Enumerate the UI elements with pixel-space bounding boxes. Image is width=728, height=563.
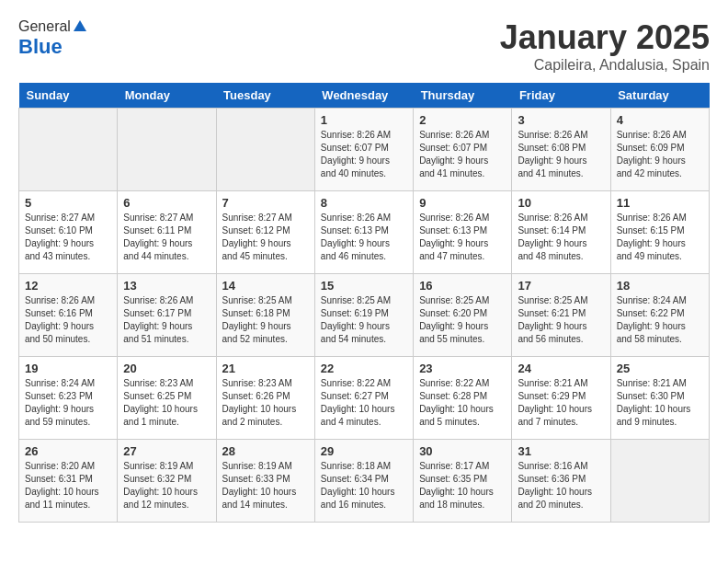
day-info: Sunrise: 8:22 AM Sunset: 6:27 PM Dayligh… [321, 377, 407, 429]
day-info: Sunrise: 8:21 AM Sunset: 6:29 PM Dayligh… [518, 377, 604, 429]
day-number: 28 [222, 444, 309, 458]
day-number: 23 [419, 362, 506, 375]
calendar-week-5: 26Sunrise: 8:20 AM Sunset: 6:31 PM Dayli… [19, 440, 710, 523]
calendar-cell: 26Sunrise: 8:20 AM Sunset: 6:31 PM Dayli… [19, 440, 118, 523]
day-number: 30 [419, 444, 506, 458]
calendar-body: 1Sunrise: 8:26 AM Sunset: 6:07 PM Daylig… [19, 109, 710, 523]
day-info: Sunrise: 8:20 AM Sunset: 6:31 PM Dayligh… [25, 460, 111, 511]
day-number: 21 [222, 362, 309, 375]
header-thursday: Thursday [414, 83, 512, 109]
day-info: Sunrise: 8:26 AM Sunset: 6:13 PM Dayligh… [419, 212, 506, 263]
day-info: Sunrise: 8:25 AM Sunset: 6:18 PM Dayligh… [222, 294, 309, 346]
day-info: Sunrise: 8:25 AM Sunset: 6:21 PM Dayligh… [518, 294, 604, 346]
day-number: 19 [25, 362, 111, 375]
day-info: Sunrise: 8:17 AM Sunset: 6:35 PM Dayligh… [419, 460, 506, 511]
day-info: Sunrise: 8:27 AM Sunset: 6:12 PM Dayligh… [222, 212, 309, 263]
day-info: Sunrise: 8:21 AM Sunset: 6:30 PM Dayligh… [617, 377, 703, 429]
day-info: Sunrise: 8:26 AM Sunset: 6:16 PM Dayligh… [25, 294, 111, 346]
day-info: Sunrise: 8:26 AM Sunset: 6:07 PM Dayligh… [419, 129, 506, 180]
calendar-cell: 21Sunrise: 8:23 AM Sunset: 6:26 PM Dayli… [216, 357, 314, 440]
day-info: Sunrise: 8:22 AM Sunset: 6:28 PM Dayligh… [419, 377, 506, 429]
day-number: 12 [25, 279, 111, 293]
day-number: 9 [419, 196, 506, 210]
day-number: 10 [518, 196, 604, 210]
header-tuesday: Tuesday [216, 83, 314, 109]
day-number: 2 [419, 113, 506, 127]
calendar-cell: 29Sunrise: 8:18 AM Sunset: 6:34 PM Dayli… [314, 440, 413, 523]
calendar-cell: 7Sunrise: 8:27 AM Sunset: 6:12 PM Daylig… [216, 191, 314, 274]
calendar-cell [19, 109, 118, 191]
calendar-cell: 9Sunrise: 8:26 AM Sunset: 6:13 PM Daylig… [414, 191, 512, 274]
calendar-cell: 6Sunrise: 8:27 AM Sunset: 6:11 PM Daylig… [118, 191, 216, 274]
day-info: Sunrise: 8:23 AM Sunset: 6:26 PM Dayligh… [222, 377, 309, 429]
day-number: 14 [222, 279, 309, 293]
day-number: 4 [617, 113, 703, 127]
day-number: 27 [123, 444, 210, 458]
day-number: 25 [617, 362, 703, 375]
page-header: General Blue January 2025 Capileira, And… [18, 18, 710, 74]
day-number: 3 [518, 113, 604, 127]
logo-icon [72, 18, 88, 35]
calendar-cell: 2Sunrise: 8:26 AM Sunset: 6:07 PM Daylig… [414, 109, 512, 191]
calendar-cell: 8Sunrise: 8:26 AM Sunset: 6:13 PM Daylig… [314, 191, 413, 274]
calendar-cell: 25Sunrise: 8:21 AM Sunset: 6:30 PM Dayli… [610, 357, 709, 440]
calendar-cell [118, 109, 216, 191]
day-number: 1 [321, 113, 407, 127]
calendar-cell: 17Sunrise: 8:25 AM Sunset: 6:21 PM Dayli… [512, 274, 610, 357]
day-number: 31 [518, 444, 604, 458]
day-number: 20 [123, 362, 210, 375]
day-number: 26 [25, 444, 111, 458]
day-info: Sunrise: 8:19 AM Sunset: 6:33 PM Dayligh… [222, 460, 309, 511]
day-info: Sunrise: 8:19 AM Sunset: 6:32 PM Dayligh… [123, 460, 210, 511]
calendar-cell: 12Sunrise: 8:26 AM Sunset: 6:16 PM Dayli… [19, 274, 118, 357]
day-info: Sunrise: 8:16 AM Sunset: 6:36 PM Dayligh… [518, 460, 604, 511]
day-info: Sunrise: 8:27 AM Sunset: 6:11 PM Dayligh… [123, 212, 210, 263]
header-wednesday: Wednesday [314, 83, 413, 109]
day-number: 17 [518, 279, 604, 293]
day-info: Sunrise: 8:26 AM Sunset: 6:08 PM Dayligh… [518, 129, 604, 180]
calendar-cell: 14Sunrise: 8:25 AM Sunset: 6:18 PM Dayli… [216, 274, 314, 357]
day-number: 18 [617, 279, 703, 293]
day-number: 8 [321, 196, 407, 210]
logo: General Blue [18, 18, 89, 59]
day-info: Sunrise: 8:26 AM Sunset: 6:17 PM Dayligh… [123, 294, 210, 346]
calendar-cell: 1Sunrise: 8:26 AM Sunset: 6:07 PM Daylig… [314, 109, 413, 191]
calendar-cell: 30Sunrise: 8:17 AM Sunset: 6:35 PM Dayli… [414, 440, 512, 523]
calendar-cell: 10Sunrise: 8:26 AM Sunset: 6:14 PM Dayli… [512, 191, 610, 274]
day-number: 15 [321, 279, 407, 293]
calendar-week-4: 19Sunrise: 8:24 AM Sunset: 6:23 PM Dayli… [19, 357, 710, 440]
calendar-cell: 31Sunrise: 8:16 AM Sunset: 6:36 PM Dayli… [512, 440, 610, 523]
day-info: Sunrise: 8:26 AM Sunset: 6:14 PM Dayligh… [518, 212, 604, 263]
calendar-cell: 11Sunrise: 8:26 AM Sunset: 6:15 PM Dayli… [610, 191, 709, 274]
logo-blue-text: Blue [18, 35, 89, 59]
title-block: January 2025 Capileira, Andalusia, Spain [500, 18, 710, 74]
day-number: 5 [25, 196, 111, 210]
calendar-cell: 24Sunrise: 8:21 AM Sunset: 6:29 PM Dayli… [512, 357, 610, 440]
month-title: January 2025 [500, 18, 710, 57]
calendar-cell: 3Sunrise: 8:26 AM Sunset: 6:08 PM Daylig… [512, 109, 610, 191]
calendar-week-3: 12Sunrise: 8:26 AM Sunset: 6:16 PM Dayli… [19, 274, 710, 357]
day-info: Sunrise: 8:26 AM Sunset: 6:07 PM Dayligh… [321, 129, 407, 180]
day-info: Sunrise: 8:26 AM Sunset: 6:15 PM Dayligh… [617, 212, 703, 263]
day-number: 22 [321, 362, 407, 375]
day-info: Sunrise: 8:23 AM Sunset: 6:25 PM Dayligh… [123, 377, 210, 429]
day-info: Sunrise: 8:27 AM Sunset: 6:10 PM Dayligh… [25, 212, 111, 263]
calendar-cell: 15Sunrise: 8:25 AM Sunset: 6:19 PM Dayli… [314, 274, 413, 357]
calendar-cell: 5Sunrise: 8:27 AM Sunset: 6:10 PM Daylig… [19, 191, 118, 274]
header-sunday: Sunday [19, 83, 118, 109]
calendar-cell: 19Sunrise: 8:24 AM Sunset: 6:23 PM Dayli… [19, 357, 118, 440]
calendar-cell [610, 440, 709, 523]
calendar-table: Sunday Monday Tuesday Wednesday Thursday… [18, 83, 710, 523]
calendar-cell: 13Sunrise: 8:26 AM Sunset: 6:17 PM Dayli… [118, 274, 216, 357]
svg-marker-0 [74, 20, 86, 31]
day-info: Sunrise: 8:26 AM Sunset: 6:09 PM Dayligh… [617, 129, 703, 180]
day-info: Sunrise: 8:24 AM Sunset: 6:23 PM Dayligh… [25, 377, 111, 429]
day-info: Sunrise: 8:24 AM Sunset: 6:22 PM Dayligh… [617, 294, 703, 346]
day-number: 6 [123, 196, 210, 210]
header-friday: Friday [512, 83, 610, 109]
calendar-cell: 20Sunrise: 8:23 AM Sunset: 6:25 PM Dayli… [118, 357, 216, 440]
weekday-header-row: Sunday Monday Tuesday Wednesday Thursday… [19, 83, 710, 109]
location-subtitle: Capileira, Andalusia, Spain [500, 57, 710, 74]
logo-general-text: General [18, 18, 71, 35]
calendar-cell: 23Sunrise: 8:22 AM Sunset: 6:28 PM Dayli… [414, 357, 512, 440]
